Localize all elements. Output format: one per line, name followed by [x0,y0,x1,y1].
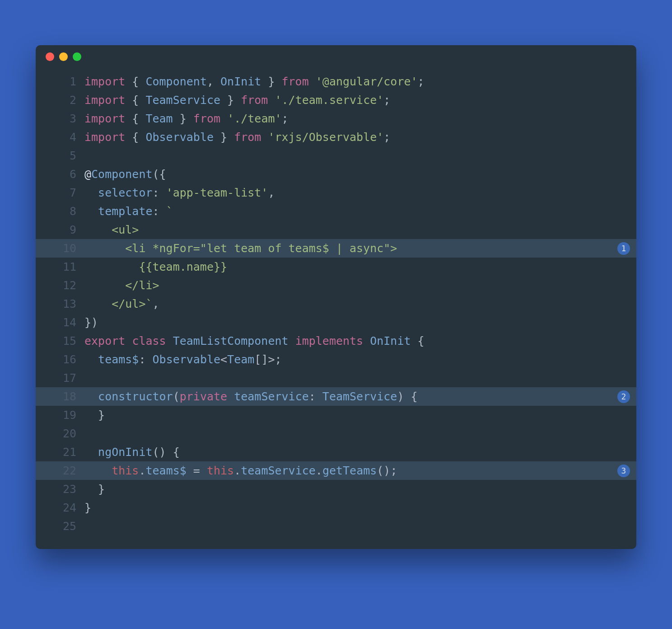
code-content[interactable]: }) [84,313,636,332]
code-line[interactable]: 21 ngOnInit() { [36,443,636,461]
code-line[interactable]: 22 this.teams$ = this.teamService.getTea… [36,461,636,480]
code-line[interactable]: 13 </ul>`, [36,295,636,313]
code-line[interactable]: 9 <ul> [36,221,636,239]
code-line[interactable]: 11 {{team.name}} [36,258,636,276]
code-line[interactable]: 3import { Team } from './team'; [36,109,636,128]
window-titlebar [36,45,636,68]
code-line[interactable]: 2import { TeamService } from './team.ser… [36,91,636,109]
code-content[interactable]: this.teams$ = this.teamService.getTeams(… [84,461,636,480]
line-number: 14 [36,313,84,332]
code-editor[interactable]: 1import { Component, OnInit } from '@ang… [36,68,636,549]
line-number: 12 [36,276,84,295]
code-content[interactable]: constructor(private teamService: TeamSer… [84,387,636,406]
code-content[interactable]: import { TeamService } from './team.serv… [84,91,636,109]
code-line[interactable]: 5 [36,146,636,165]
line-number: 19 [36,406,84,424]
line-number: 1 [36,72,84,91]
line-number: 10 [36,239,84,258]
code-content[interactable]: selector: 'app-team-list', [84,183,636,202]
code-content[interactable]: import { Observable } from 'rxjs/Observa… [84,128,636,146]
code-content[interactable]: } [84,498,636,517]
code-content[interactable]: @Component({ [84,165,636,183]
minimize-icon[interactable] [59,52,68,61]
line-number: 15 [36,332,84,350]
line-number: 17 [36,369,84,387]
code-line[interactable]: 16 teams$: Observable<Team[]>; [36,350,636,369]
code-content[interactable] [84,517,636,535]
line-number: 16 [36,350,84,369]
code-content[interactable]: <li *ngFor="let team of teams$ | async"> [84,239,636,258]
line-number: 22 [36,461,84,480]
code-line[interactable]: 15export class TeamListComponent impleme… [36,332,636,350]
code-content[interactable]: import { Component, OnInit } from '@angu… [84,72,636,91]
line-number: 21 [36,443,84,461]
code-line[interactable]: 18 constructor(private teamService: Team… [36,387,636,406]
code-line[interactable]: 14}) [36,313,636,332]
line-number: 13 [36,295,84,313]
close-icon[interactable] [46,52,54,61]
callout-badge: 2 [617,390,630,403]
callout-badge: 3 [617,465,630,477]
line-number: 24 [36,498,84,517]
code-content[interactable]: template: ` [84,202,636,221]
line-number: 5 [36,146,84,165]
line-number: 2 [36,91,84,109]
code-content[interactable]: export class TeamListComponent implement… [84,332,636,350]
code-line[interactable]: 7 selector: 'app-team-list', [36,183,636,202]
line-number: 9 [36,221,84,239]
code-content[interactable]: <ul> [84,221,636,239]
code-line[interactable]: 23 } [36,480,636,498]
code-line[interactable]: 20 [36,424,636,443]
code-line[interactable]: 1import { Component, OnInit } from '@ang… [36,72,636,91]
code-content[interactable]: } [84,480,636,498]
code-line[interactable]: 25 [36,517,636,535]
line-number: 6 [36,165,84,183]
line-number: 3 [36,109,84,128]
line-number: 11 [36,258,84,276]
code-line[interactable]: 6@Component({ [36,165,636,183]
code-line[interactable]: 8 template: ` [36,202,636,221]
callout-badge: 1 [617,242,630,255]
code-line[interactable]: 19 } [36,406,636,424]
code-line[interactable]: 10 <li *ngFor="let team of teams$ | asyn… [36,239,636,258]
code-line[interactable]: 12 </li> [36,276,636,295]
code-content[interactable] [84,369,636,387]
line-number: 25 [36,517,84,535]
maximize-icon[interactable] [73,52,81,61]
code-content[interactable]: </ul>`, [84,295,636,313]
code-content[interactable] [84,424,636,443]
code-line[interactable]: 4import { Observable } from 'rxjs/Observ… [36,128,636,146]
line-number: 18 [36,387,84,406]
line-number: 20 [36,424,84,443]
code-content[interactable]: ngOnInit() { [84,443,636,461]
code-content[interactable]: </li> [84,276,636,295]
code-content[interactable]: {{team.name}} [84,258,636,276]
line-number: 23 [36,480,84,498]
code-line[interactable]: 17 [36,369,636,387]
line-number: 7 [36,183,84,202]
code-content[interactable] [84,146,636,165]
line-number: 8 [36,202,84,221]
code-content[interactable]: teams$: Observable<Team[]>; [84,350,636,369]
code-content[interactable]: import { Team } from './team'; [84,109,636,128]
line-number: 4 [36,128,84,146]
code-content[interactable]: } [84,406,636,424]
editor-window: 1import { Component, OnInit } from '@ang… [36,45,636,549]
code-line[interactable]: 24} [36,498,636,517]
